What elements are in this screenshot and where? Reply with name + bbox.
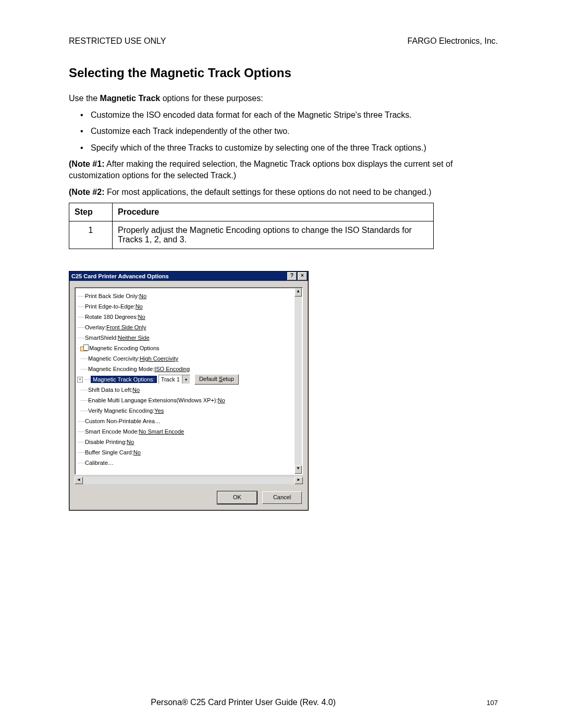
tree-connector-icon: ··········: [77, 304, 85, 309]
tree-item-value: No: [138, 314, 145, 320]
tree-connector-icon: ··········: [77, 356, 88, 361]
vertical-scrollbar[interactable]: ▲ ▼: [295, 288, 302, 474]
tree-item-value: No: [218, 397, 225, 403]
bullet-list: Customize the ISO encoded data format fo…: [69, 109, 498, 154]
tree-item[interactable]: ··········Magnetic Encoding Mode: ISO En…: [77, 364, 293, 374]
track-combo[interactable]: Track 1 ▼: [158, 375, 190, 384]
tree-item-label: Enable Multi Language Extensions(Windows…: [88, 397, 218, 403]
procedure-table: Step Procedure 1 Properly adjust the Mag…: [69, 203, 434, 249]
scroll-down-icon[interactable]: ▼: [295, 465, 302, 474]
tree-item-selected[interactable]: + ········ Magnetic Track Options: Track…: [77, 374, 293, 385]
dialog-titlebar[interactable]: C25 Card Printer Advanced Options ? ×: [69, 272, 308, 281]
tree-item-label: Disable Printing:: [85, 439, 127, 445]
tree-folder-label: Magnetic Encoding Options: [89, 345, 160, 351]
col-procedure: Procedure: [113, 203, 434, 221]
page-header: RESTRICTED USE ONLY FARGO Electronics, I…: [69, 36, 498, 46]
tree-item-label: Smart Encode Mode:: [85, 428, 139, 435]
tree-item-label: SmartShield:: [85, 335, 118, 341]
tree-item-value: No Smart Encode: [139, 428, 184, 435]
tree-item[interactable]: ··········Print Back Side Only: No: [77, 291, 293, 301]
tree-connector-icon: ··: [77, 346, 79, 351]
chevron-down-icon[interactable]: ▼: [182, 375, 190, 384]
tree-item[interactable]: ··········Rotate 180 Degrees: No: [77, 312, 293, 322]
tree-item[interactable]: ··········Magnetic Coercivity: High Coer…: [77, 353, 293, 364]
tree-item[interactable]: ··········Buffer Single Card: No: [77, 447, 293, 458]
tree-item-label: Rotate 180 Degrees:: [85, 314, 138, 320]
col-step: Step: [69, 203, 113, 221]
tree-item-label: Verify Magnetic Encoding:: [88, 408, 154, 414]
tree-connector-icon: ··········: [77, 387, 88, 392]
page-footer: Persona® C25 Card Printer User Guide (Re…: [0, 698, 563, 707]
tree-item[interactable]: ··········Verify Magnetic Encoding: Yes: [77, 405, 293, 416]
folder-icon: [80, 346, 88, 351]
help-button[interactable]: ?: [287, 272, 297, 280]
scroll-up-icon[interactable]: ▲: [295, 288, 302, 297]
tree-item-value: Neither Side: [118, 335, 150, 341]
tree-connector-icon: ··········: [77, 408, 88, 413]
tree-connector-icon: ··········: [77, 325, 85, 330]
options-tree[interactable]: ··········Print Back Side Only: No ·····…: [75, 287, 303, 475]
page-number: 107: [486, 699, 498, 707]
footer-text: Persona® C25 Card Printer User Guide (Re…: [0, 698, 486, 707]
dialog-screenshot: C25 Card Printer Advanced Options ? × ··…: [69, 271, 498, 511]
header-left: RESTRICTED USE ONLY: [69, 36, 166, 46]
tree-item[interactable]: ··········Overlay: Front Side Only: [77, 322, 293, 332]
tree-connector-icon: ········: [84, 377, 91, 382]
tree-item-label: Custom Non-Printable Area…: [85, 418, 161, 424]
tree-connector-icon: ··········: [77, 314, 85, 319]
tree-item-value: Front Side Only: [106, 324, 146, 330]
expand-icon[interactable]: +: [77, 377, 83, 382]
tree-item-value: No: [133, 449, 141, 455]
note-1-body: After making the required selection, the…: [69, 159, 452, 180]
tree-item[interactable]: ··········Print Edge-to-Edge: No: [77, 301, 293, 312]
tree-connector-icon: ··········: [77, 418, 85, 424]
ok-button[interactable]: OK: [217, 491, 257, 504]
tree-item-value: No: [139, 293, 146, 299]
tree-item[interactable]: ··········Disable Printing: No: [77, 437, 293, 447]
scroll-right-icon[interactable]: ►: [295, 477, 303, 484]
cancel-button[interactable]: Cancel: [262, 491, 302, 504]
scrollbar-track[interactable]: [295, 297, 302, 465]
bullet-item: Specify which of the three Tracks to cus…: [91, 142, 498, 154]
tree-item[interactable]: ··········SmartShield: Neither Side: [77, 332, 293, 343]
tree-item[interactable]: ··········Enable Multi Language Extensio…: [77, 395, 293, 405]
note-2-label: (Note #2:: [69, 188, 104, 196]
tree-item-label: Shift Data to Left:: [88, 387, 132, 393]
intro-b: options for these purposes:: [160, 94, 263, 103]
tree-item-value: High Coercivity: [140, 355, 178, 362]
intro-a: Use the: [69, 94, 100, 103]
intro-bold: Magnetic Track: [100, 94, 161, 103]
close-button[interactable]: ×: [298, 272, 307, 280]
bullet-item: Customize the ISO encoded data format fo…: [91, 109, 498, 121]
page-title: Selecting the Magnetic Track Options: [69, 66, 498, 80]
dialog-title: C25 Card Printer Advanced Options: [71, 273, 286, 279]
tree-folder[interactable]: ·· Magnetic Encoding Options: [77, 343, 293, 353]
cell-step: 1: [69, 221, 113, 249]
default-setup-button[interactable]: Default Setup: [194, 374, 239, 385]
horizontal-scrollbar[interactable]: ◄ ►: [75, 477, 303, 484]
tree-item-label: Magnetic Encoding Mode:: [88, 366, 154, 372]
tree-item-value: Yes: [154, 408, 164, 414]
bullet-item: Customize each Track independently of th…: [91, 126, 498, 137]
tree-item[interactable]: ··········Calibrate…: [77, 458, 293, 468]
scroll-left-icon[interactable]: ◄: [75, 477, 83, 484]
tree-item-value: No: [132, 387, 140, 393]
tree-connector-icon: ··········: [77, 335, 85, 340]
tree-item[interactable]: ··········Custom Non-Printable Area…: [77, 416, 293, 426]
tree-connector-icon: ··········: [77, 429, 85, 434]
selected-option-label: Magnetic Track Options:: [91, 376, 157, 383]
tree-connector-icon: ··········: [77, 439, 85, 445]
table-row: 1 Properly adjust the Magnetic Encoding …: [69, 221, 434, 249]
scrollbar-track[interactable]: [83, 477, 295, 484]
tree-item-label: Print Edge-to-Edge:: [85, 303, 136, 310]
tree-connector-icon: ··········: [77, 398, 88, 403]
intro-text: Use the Magnetic Track options for these…: [69, 93, 498, 104]
tree-item[interactable]: ··········Smart Encode Mode: No Smart En…: [77, 426, 293, 437]
table-header-row: Step Procedure: [69, 203, 434, 221]
note-1-label: (Note #1:: [69, 159, 104, 168]
note-2-body: For most applications, the default setti…: [104, 188, 431, 196]
tree-item-label: Overlay:: [85, 324, 106, 330]
tree-item-value: No: [127, 439, 134, 445]
track-combo-value: Track 1: [159, 376, 182, 382]
tree-item[interactable]: ··········Shift Data to Left: No: [77, 385, 293, 395]
